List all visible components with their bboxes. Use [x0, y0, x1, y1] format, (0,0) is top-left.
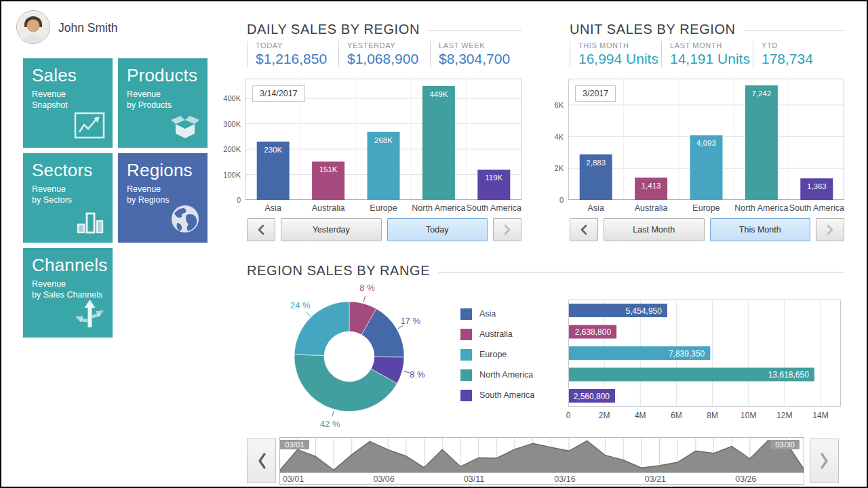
bar-value-label: 2,883 [586, 159, 606, 167]
sidebar-tile-products[interactable]: Products Revenue by Products [118, 58, 208, 148]
sidebar-tile-sectors[interactable]: Sectors Revenue by Sectors [23, 153, 113, 243]
x-category-label: North America [734, 203, 788, 213]
x-tick-label: 4M [635, 411, 646, 420]
legend-label: South America [479, 390, 534, 400]
legend-label: North America [479, 370, 533, 380]
last-month-button[interactable]: Last Month [604, 218, 705, 241]
yesterday-button[interactable]: Yesterday [281, 218, 382, 241]
y-tick-label: 0 [237, 196, 241, 204]
sidebar-tile-sales[interactable]: Sales Revenue Snapshot [23, 58, 113, 148]
region-legend: AsiaAustraliaEuropeNorth AmericaSouth Am… [460, 304, 534, 405]
x-category-label: Australia [635, 203, 668, 213]
kpi-ytd: YTD 178,734 [753, 41, 844, 67]
today-button[interactable]: Today [387, 218, 488, 241]
donut-label-line [332, 411, 334, 417]
y-tick-label: 2K [555, 164, 564, 172]
legend-item-asia[interactable]: Asia [460, 304, 534, 324]
bar-value-label: 151K [319, 165, 338, 174]
sidebar-tile-channels[interactable]: Channels Revenue by Sales Channels [23, 248, 113, 338]
this-month-button[interactable]: This Month [710, 218, 811, 241]
sidebar-tile-regions[interactable]: Regions Revenue by Regions [118, 153, 208, 243]
hbar-value-label: 13,618,650 [768, 370, 809, 380]
x-category-label: Europe [692, 203, 719, 213]
tile-subtitle: Revenue by Sales Channels [32, 279, 104, 301]
x-category-label: Asia [265, 203, 281, 213]
line-chart-icon [74, 112, 105, 142]
x-category-label: South America [789, 203, 844, 213]
tile-title: Channels [32, 256, 104, 275]
range-end-handle[interactable]: 03/30 [770, 440, 800, 449]
hbar-value-label: 5,454,950 [626, 306, 663, 316]
bar-value-label: 119K [485, 174, 502, 182]
donut-percent-label: 17 % [400, 316, 420, 326]
kpi-value: 16,994 Units [578, 51, 661, 67]
kpi-value: $1,216,850 [256, 51, 338, 67]
kpi-label: YESTERDAY [347, 41, 430, 49]
kpi-this-month: THIS MONTH 16,994 Units [570, 41, 661, 67]
kpi-label: TODAY [256, 41, 338, 49]
tile-subtitle: Revenue Snapshot [32, 89, 104, 111]
donut-percent-label: 8 % [410, 369, 425, 380]
x-tick-label: 12M [776, 411, 792, 420]
date-range-selector[interactable]: 03/0103/0603/1103/1603/2103/26 [279, 437, 804, 485]
daily-next-button[interactable] [493, 218, 521, 241]
legend-item-australia[interactable]: Australia [460, 324, 534, 344]
tile-title: Sales [32, 66, 104, 85]
x-category-label: North America [412, 203, 465, 213]
daily-nav-row: Yesterday Today [247, 218, 521, 241]
bar-value-label: 268K [374, 136, 393, 144]
hbar-value-label: 7,839,350 [669, 349, 705, 359]
x-tick-label: 8M [707, 411, 718, 420]
bar-value-label: 230K [264, 146, 282, 154]
bar-value-label: 7,242 [752, 89, 772, 98]
range-prev-button[interactable] [247, 439, 276, 483]
donut-percent-label: 42 % [320, 419, 340, 429]
bar-north-america[interactable] [422, 86, 455, 200]
daily-kpi-row: TODAY $1,216,850 YESTERDAY $1,068,900 LA… [247, 41, 521, 67]
donut-percent-label: 24 % [290, 300, 311, 310]
section-title-text: REGION SALES BY RANGE [247, 263, 430, 279]
legend-item-north-america[interactable]: North America [460, 365, 534, 385]
legend-item-south-america[interactable]: South America [460, 385, 534, 405]
kpi-today: TODAY $1,216,850 [247, 41, 338, 67]
kpi-label: LAST MONTH [670, 41, 753, 49]
date-tick-label: 03/06 [373, 474, 394, 484]
kpi-label: YTD [762, 41, 844, 49]
unit-sales-section-title: UNIT SALES BY REGION [570, 22, 844, 37]
kpi-last-month: LAST MONTH 14,191 Units [661, 41, 753, 67]
bar-chart-icon [75, 207, 105, 237]
region-sales-hbar-chart[interactable]: 02M4M6M8M10M12M14M5,454,9502,638,8007,83… [561, 300, 848, 420]
tile-title: Regions [127, 161, 199, 180]
date-tick-label: 03/21 [645, 474, 666, 484]
legend-item-europe[interactable]: Europe [460, 344, 534, 365]
donut-label-line [403, 371, 410, 373]
avatar-photo [17, 11, 50, 43]
tile-subtitle: Revenue by Products [127, 89, 199, 111]
title-rule [428, 30, 521, 31]
user-name: John Smith [58, 21, 118, 35]
date-tick-label: 03/11 [464, 474, 484, 484]
hbar-value-label: 2,560,800 [574, 392, 610, 401]
x-category-label: South America [467, 203, 521, 213]
kpi-last-week: LAST WEEK $8,304,700 [430, 41, 521, 67]
chevron-left-icon [257, 224, 265, 235]
kpi-label: THIS MONTH [578, 41, 661, 49]
avatar[interactable] [16, 10, 50, 44]
region-sales-section-title: REGION SALES BY RANGE [247, 263, 844, 279]
unit-date-filter-label: 3/2017 [575, 85, 616, 102]
region-share-donut-chart[interactable]: 8 %17 %8 %42 %24 % [285, 279, 434, 431]
globe-icon [170, 204, 200, 237]
daily-prev-button[interactable] [247, 218, 275, 241]
section-title-text: UNIT SALES BY REGION [570, 22, 736, 37]
title-rule [438, 272, 844, 272]
unit-prev-button[interactable] [570, 218, 598, 241]
y-tick-label: 6K [555, 101, 564, 109]
range-start-handle[interactable]: 03/01 [280, 440, 309, 449]
bar-north-america[interactable] [745, 85, 778, 200]
range-next-button[interactable] [810, 439, 839, 483]
y-tick-label: 4K [555, 133, 564, 141]
date-tick-label: 03/01 [283, 474, 304, 484]
legend-swatch [460, 308, 472, 320]
kpi-value: $8,304,700 [439, 51, 521, 67]
unit-next-button[interactable] [816, 218, 844, 241]
